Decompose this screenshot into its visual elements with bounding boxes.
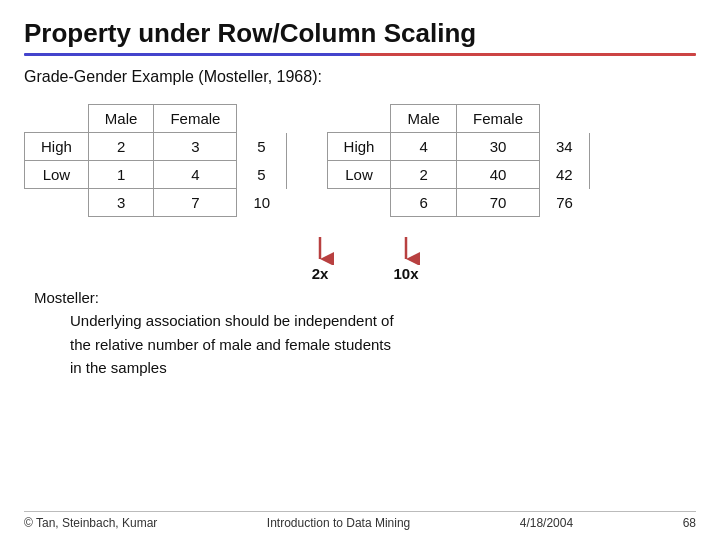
table-cell [237, 105, 286, 133]
table-cell: 6 [391, 189, 457, 217]
table-cell: 3 [88, 189, 154, 217]
table-cell: 3 [154, 133, 237, 161]
title-underline [24, 53, 696, 56]
date: 4/18/2004 [520, 516, 573, 530]
table-cell [25, 189, 89, 217]
table-cell [25, 105, 89, 133]
table-scaled: Male Female High 4 30 34 Low 2 40 42 6 7… [327, 104, 590, 217]
page: Property under Row/Column Scaling Grade-… [0, 0, 720, 540]
table-cell: 5 [237, 133, 286, 161]
arrow-down-icon-2 [392, 237, 420, 265]
table-cell: 4 [391, 133, 457, 161]
table-original: Male Female High 2 3 5 Low 1 4 5 3 7 10 [24, 104, 287, 217]
subtitle: Grade-Gender Example (Mosteller, 1968): [24, 68, 696, 86]
tables-row: Male Female High 2 3 5 Low 1 4 5 3 7 10 [24, 104, 696, 217]
arrow-2x: 2x [306, 237, 334, 282]
table-cell: 2 [88, 133, 154, 161]
table-header-female1: Female [154, 105, 237, 133]
table-row-label-high2: High [327, 133, 391, 161]
table-cell: 10 [237, 189, 286, 217]
mosteller-text: Underlying association should be indepen… [70, 309, 394, 379]
arrow-2x-label: 2x [312, 265, 329, 282]
arrow-10x-label: 10x [393, 265, 418, 282]
table-cell [327, 105, 391, 133]
mosteller-label: Mosteller: [34, 289, 99, 306]
table-cell: 4 [154, 161, 237, 189]
copyright: © Tan, Steinbach, Kumar [24, 516, 157, 530]
table-cell: 2 [391, 161, 457, 189]
table-cell: 34 [540, 133, 590, 161]
table-cell: 42 [540, 161, 590, 189]
table-cell: 40 [456, 161, 539, 189]
page-number: 68 [683, 516, 696, 530]
table-cell: 5 [237, 161, 286, 189]
table-cell [327, 189, 391, 217]
mosteller-block: Mosteller: Underlying association should… [24, 286, 696, 379]
table-row-label-low1: Low [25, 161, 89, 189]
table-row-label-low2: Low [327, 161, 391, 189]
table-cell: 76 [540, 189, 590, 217]
footer-text: Mosteller: Underlying association should… [34, 286, 394, 379]
table-cell: 70 [456, 189, 539, 217]
table-header-male1: Male [88, 105, 154, 133]
table-cell: 30 [456, 133, 539, 161]
bottom-bar: © Tan, Steinbach, Kumar Introduction to … [24, 511, 696, 530]
table-header-female2: Female [456, 105, 539, 133]
table-cell: 7 [154, 189, 237, 217]
arrows-line: 2x 10x [306, 237, 696, 282]
table-header-male2: Male [391, 105, 457, 133]
course-name: Introduction to Data Mining [267, 516, 410, 530]
table-cell [540, 105, 590, 133]
page-title: Property under Row/Column Scaling [24, 18, 696, 49]
arrow-10x: 10x [392, 237, 420, 282]
table-row-label-high1: High [25, 133, 89, 161]
table-cell: 1 [88, 161, 154, 189]
arrow-down-icon [306, 237, 334, 265]
